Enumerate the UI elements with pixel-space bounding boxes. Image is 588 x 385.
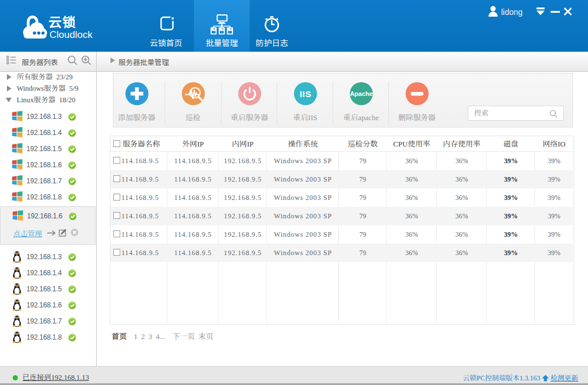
svg-text:IIS: IIS xyxy=(299,89,311,99)
svg-text:Apache: Apache xyxy=(350,90,373,97)
